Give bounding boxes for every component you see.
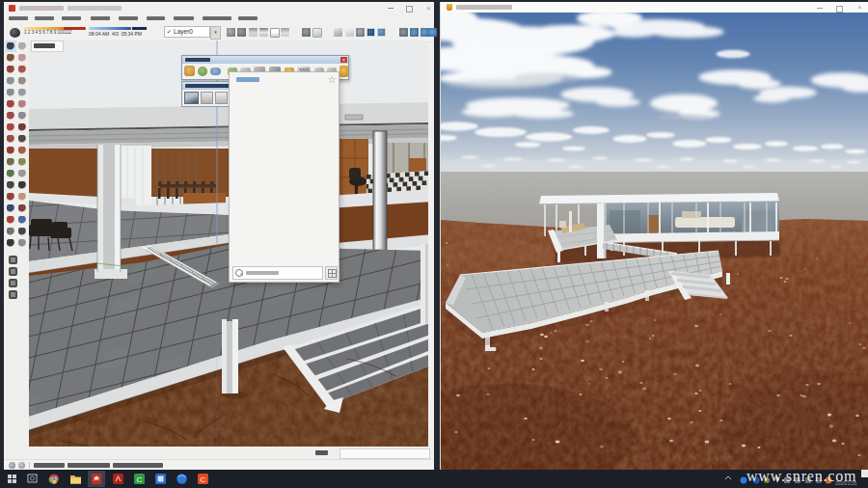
svg-text:C: C <box>201 475 206 484</box>
svg-text:C: C <box>137 475 143 484</box>
